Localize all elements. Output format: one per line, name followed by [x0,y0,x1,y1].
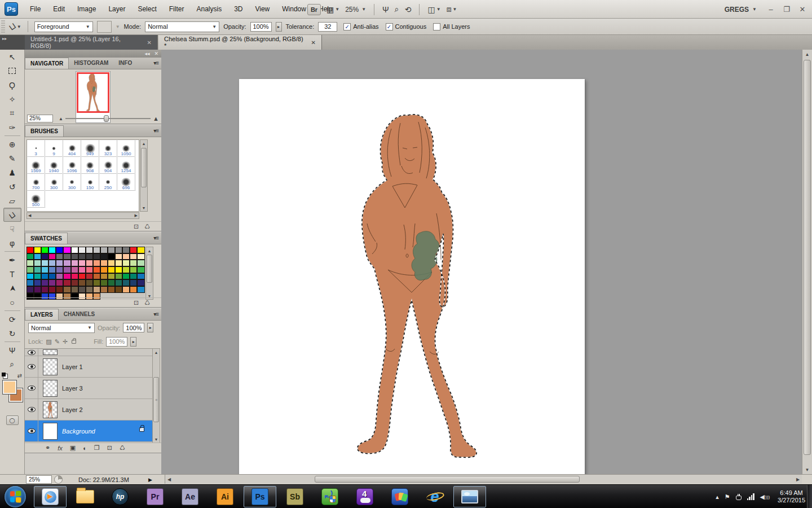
swatch-43[interactable] [108,260,115,266]
swatch-107[interactable] [108,286,115,293]
status-menu-arrow[interactable]: ▶ [148,477,152,483]
swatch-108[interactable] [115,286,122,293]
tab-layers[interactable]: LAYERS [25,309,59,320]
healing-brush-tool[interactable]: ⊕ [3,137,21,151]
delete-brush-icon[interactable]: ♺ [144,223,150,230]
start-button[interactable] [5,486,26,507]
layers-scrollbar[interactable]: ▲ ≡ ▼ [152,348,160,443]
menu-select[interactable]: Select [131,1,162,17]
swatch-86[interactable] [71,279,78,286]
taskbar-photoshop[interactable]: Ps [244,486,276,507]
swatch-105[interactable] [93,286,100,293]
layer-style-icon[interactable]: fx [58,445,63,452]
view-extras-icon[interactable]: ▤▼ [326,5,339,14]
taskbar-illustrator[interactable]: Ai [209,486,241,507]
swatch-36[interactable] [56,260,63,266]
zoom-tool[interactable]: ⌕ [3,357,21,371]
swatch-96[interactable] [27,286,34,293]
swatch-15[interactable] [137,247,144,253]
taskbar-internet-explorer[interactable]: e [418,486,451,507]
menu-3d[interactable]: 3D [228,1,249,17]
zoom-in-icon[interactable]: ▲ [153,115,159,122]
swatch-76[interactable] [115,273,122,280]
delete-swatch-icon[interactable]: ♺ [144,299,150,306]
swatch-32[interactable] [27,260,34,266]
tab-info[interactable]: INFO [113,58,137,69]
swatch-97[interactable] [34,286,41,293]
brush-preset-250[interactable]: 250 [99,173,117,191]
swatch-99[interactable] [48,286,56,293]
checkbox-all-layers[interactable]: All Layers [433,23,470,30]
eraser-tool[interactable]: ▱ [3,194,21,208]
swatch-106[interactable] [100,286,108,293]
swatch-93[interactable] [122,279,130,286]
vertical-scroll-thumb[interactable] [804,60,811,455]
brush-preset-696[interactable]: 696 [117,173,135,191]
lock-pixels-icon[interactable]: ✎ [55,338,60,345]
layers-opacity-spinner[interactable]: ▸ [147,323,153,332]
brush-preset-1254[interactable]: 1254 [117,156,135,174]
swatch-59[interactable] [108,266,115,273]
swatch-7[interactable] [78,247,86,253]
opacity-spinner[interactable]: ▸ [276,22,282,32]
swatch-70[interactable] [71,273,78,280]
swatch-3[interactable] [48,247,56,253]
visibility-toggle[interactable] [25,399,38,420]
swatch-89[interactable] [93,279,100,286]
eyedropper-tool[interactable]: ✑ [3,120,21,134]
taskbar-after-effects[interactable]: Ae [174,486,206,507]
swatch-98[interactable] [41,286,48,293]
swatch-68[interactable] [56,273,63,280]
swatch-49[interactable] [34,266,41,273]
swatch-87[interactable] [78,279,86,286]
swatch-4[interactable] [56,247,63,253]
swatch-60[interactable] [115,266,122,273]
swatch-71[interactable] [78,273,86,280]
swatch-64[interactable] [27,273,34,280]
visibility-toggle[interactable] [25,421,38,441]
swatch-37[interactable] [63,260,70,266]
network-icon[interactable] [747,493,754,500]
document-tab-2[interactable]: Chelsea Stumm.psd @ 25% (Background, RGB… [158,35,322,50]
swatch-78[interactable] [130,273,137,280]
swatch-85[interactable] [63,279,70,286]
horizontal-scroll-thumb[interactable] [315,476,580,483]
rotate-view-icon[interactable]: ⟲ [405,5,412,14]
swatch-52[interactable] [56,266,63,273]
taskbar-photo-app[interactable] [383,486,416,507]
type-tool[interactable]: T [3,267,21,281]
adjustment-layer-icon[interactable]: ◐ [83,445,87,452]
panel-menu-icon[interactable]: ▾≡ [153,128,158,134]
quick-mask-button[interactable]: ◯ [6,415,19,425]
swatch-104[interactable] [86,286,93,293]
swatch-22[interactable] [71,253,78,260]
brushes-scrollbar[interactable]: ▲ ▼ [140,139,148,212]
screen-mode-icon[interactable]: ⧈▼ [447,5,457,14]
clock[interactable]: 6:49 AM 3/27/2015 [778,489,805,504]
swatch-41[interactable] [93,260,100,266]
swatch-12[interactable] [115,247,122,253]
swatch-65[interactable] [34,273,41,280]
path-select-tool[interactable]: ➤ [3,281,21,295]
swatch-28[interactable] [115,253,122,260]
lock-all-icon[interactable] [72,340,76,344]
taskbar-image-viewer[interactable] [453,486,486,507]
swatch-17[interactable] [34,253,41,260]
tab-navigator[interactable]: NAVIGATOR [25,58,69,69]
swatch-77[interactable] [122,273,130,280]
swatch-14[interactable] [130,247,137,253]
collapse-panels-icon[interactable]: ◂◂ [144,51,149,56]
swatch-57[interactable] [93,266,100,273]
new-layer-icon[interactable]: ⊡ [107,444,112,452]
swatch-9[interactable] [93,247,100,253]
swatch-20[interactable] [56,253,63,260]
foreground-color-chip[interactable] [3,380,16,394]
swatch-44[interactable] [115,260,122,266]
swatches-scrollbar[interactable]: ▲ ▼ [145,247,153,300]
swatch-102[interactable] [71,286,78,293]
swatch-34[interactable] [41,260,48,266]
swatch-63[interactable] [137,266,144,273]
menu-edit[interactable]: Edit [47,1,71,17]
brush-preset-323[interactable]: 323 [99,139,117,157]
swatch-35[interactable] [48,260,56,266]
